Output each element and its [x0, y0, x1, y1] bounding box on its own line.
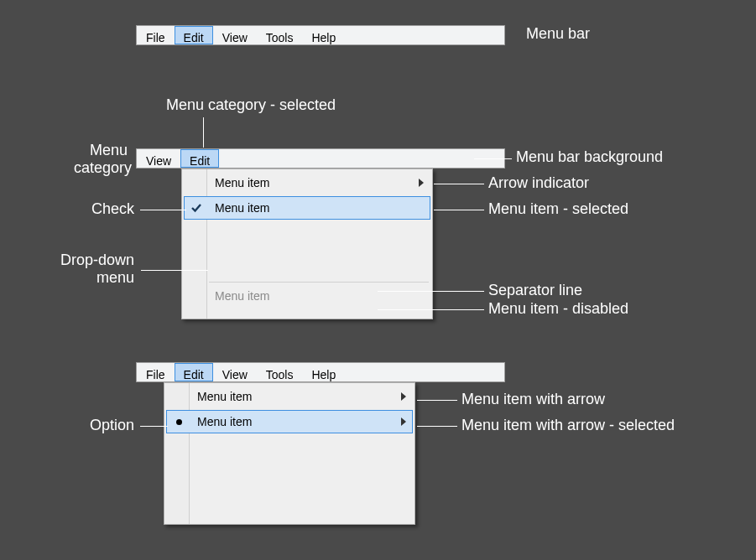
label-item-disabled: Menu item - disabled: [488, 300, 628, 318]
menubar-bottom: File Edit View Tools Help: [136, 362, 505, 382]
menu-file-b[interactable]: File: [137, 363, 175, 381]
menu-item-text: Menu item: [208, 176, 413, 189]
menu-tools[interactable]: Tools: [257, 26, 303, 44]
menu-item-text: Menu item: [190, 415, 395, 428]
label-item-selected: Menu item - selected: [488, 200, 628, 218]
label-check: Check: [84, 200, 134, 218]
leader-line: [434, 184, 484, 184]
leader-line: [140, 426, 168, 427]
label-option: Option: [80, 417, 134, 434]
label-menu-category-selected: Menu category - selected: [166, 96, 336, 114]
menu-edit-2[interactable]: Edit: [180, 149, 219, 168]
label-separator: Separator line: [488, 282, 582, 299]
label-arrow-indicator: Arrow indicator: [488, 174, 589, 192]
menu-view-b[interactable]: View: [213, 363, 257, 381]
leader-line: [417, 400, 457, 401]
menu-view[interactable]: View: [213, 26, 257, 44]
label-menu-bar: Menu bar: [526, 25, 590, 43]
arrow-indicator-icon: [395, 392, 412, 401]
label-menu-category: Menu category: [44, 142, 132, 177]
leader-line: [378, 291, 484, 292]
menu-item-b1[interactable]: Menu item: [166, 385, 413, 408]
dropdown-spacer: [184, 221, 430, 280]
menu-edit-b[interactable]: Edit: [175, 363, 213, 381]
menu-help[interactable]: Help: [302, 26, 345, 44]
dropdown-menu-bottom: Menu item Menu item: [164, 382, 415, 525]
menu-help-b[interactable]: Help: [302, 363, 345, 381]
option-bullet-icon: [167, 419, 190, 425]
leader-line: [203, 117, 204, 148]
arrow-indicator-icon: [413, 179, 430, 187]
separator-line: [209, 282, 429, 283]
leader-line: [141, 270, 208, 271]
leader-line: [378, 309, 484, 310]
menu-item-text: Menu item: [208, 201, 413, 215]
menu-view-2[interactable]: View: [137, 149, 180, 168]
menubar-mid: View Edit: [136, 148, 505, 169]
menu-tools-b[interactable]: Tools: [257, 363, 303, 381]
label-dropdown: Drop-down menu: [46, 251, 134, 287]
dropdown-menu: Menu item Menu item Menu item: [181, 169, 433, 319]
menu-file[interactable]: File: [137, 26, 175, 44]
label-menu-bar-bg: Menu bar background: [516, 148, 663, 166]
menu-item-3-disabled: Menu item: [184, 284, 430, 308]
label-item-arrow-selected: Menu item with arrow - selected: [461, 417, 675, 434]
leader-line: [434, 210, 484, 210]
menu-edit[interactable]: Edit: [175, 26, 213, 44]
label-item-arrow: Menu item with arrow: [461, 391, 605, 408]
menu-item-text: Menu item: [190, 390, 395, 403]
menu-item-1[interactable]: Menu item: [184, 171, 430, 194]
menubar-top: File Edit View Tools Help: [136, 25, 505, 45]
arrow-indicator-icon: [395, 417, 412, 426]
menu-item-b2-selected[interactable]: Menu item: [166, 410, 413, 433]
menu-item-2-selected[interactable]: Menu item: [184, 196, 430, 220]
leader-line: [417, 426, 457, 427]
check-icon: [185, 202, 208, 214]
leader-line: [140, 210, 186, 210]
leader-line: [474, 158, 512, 159]
